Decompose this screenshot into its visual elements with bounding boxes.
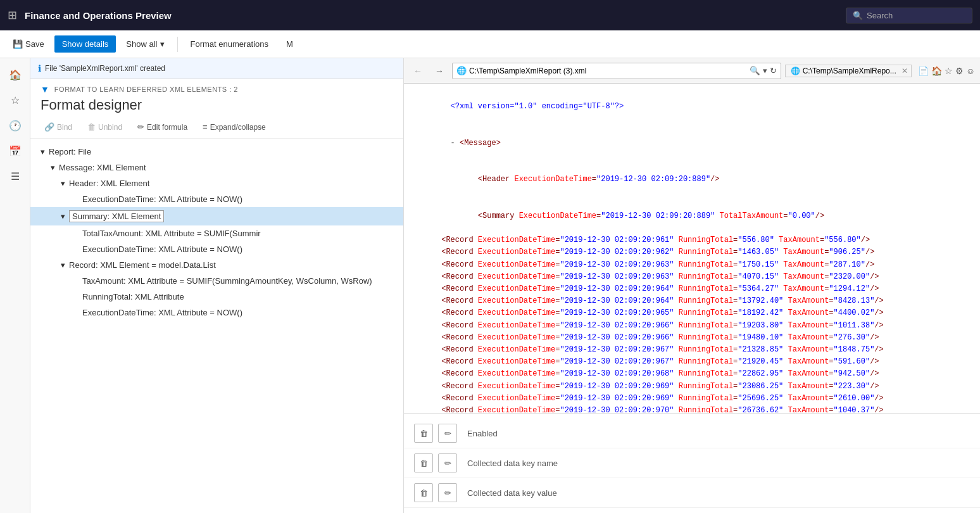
prop-label-3: Collected data key value xyxy=(467,488,557,498)
more-button[interactable]: M xyxy=(279,35,301,53)
xml-declaration: <?xml version="1.0" encoding="UTF-8"?> xyxy=(451,102,624,111)
sidebar-star-icon[interactable]: ☆ xyxy=(4,89,27,111)
back-button[interactable]: ← xyxy=(409,62,427,80)
search-input[interactable] xyxy=(867,11,955,20)
sidebar-clock-icon[interactable]: 🕐 xyxy=(4,114,27,137)
tree-item[interactable]: ▾ Message: XML Element xyxy=(30,160,403,175)
home-icon[interactable]: 🏠 xyxy=(931,66,942,76)
show-details-button[interactable]: Show details xyxy=(54,35,116,53)
tree-item[interactable]: ExecutionDateTime: XML Attribute = NOW() xyxy=(30,191,403,207)
xml-record-line: <Record ExecutionDateTime="2019-12-30 02… xyxy=(414,307,970,319)
xml-record-line: <Record ExecutionDateTime="2019-12-30 02… xyxy=(414,393,970,405)
bind-button[interactable]: 🔗 Bind xyxy=(41,120,76,134)
prop-delete-button-1[interactable]: 🗑 xyxy=(414,424,433,443)
action-bar: 🔗 Bind 🗑 Unbind ✏ Edit formula ≡ Expand/… xyxy=(30,116,403,139)
settings-gear-icon[interactable]: ⚙ xyxy=(955,66,964,76)
new-tab-icon[interactable]: 📄 xyxy=(918,66,929,76)
browser-bar: ← → 🌐 🔍 ▾ ↻ 🌐 C:\Temp\SampleXmlRepo... ✕… xyxy=(404,58,980,84)
designer-panel: ℹ File 'SampleXmlReport.xml' created ▼ F… xyxy=(30,58,404,513)
main-layout: 🏠 ☆ 🕐 📅 ☰ ℹ File 'SampleXmlReport.xml' c… xyxy=(0,58,980,513)
expand-collapse-button[interactable]: ≡ Expand/collapse xyxy=(199,120,270,134)
xml-record-line: <Record ExecutionDateTime="2019-12-30 02… xyxy=(414,368,970,380)
xml-record-line: <Record ExecutionDateTime="2019-12-30 02… xyxy=(414,259,970,271)
tree-item[interactable]: RunningTotal: XML Attribute xyxy=(30,289,403,305)
active-tab[interactable]: 🌐 C:\Temp\SampleXmlRepo... ✕ xyxy=(785,65,912,77)
xml-record-line: <Record ExecutionDateTime="2019-12-30 02… xyxy=(414,234,970,246)
refresh-icon[interactable]: ↻ xyxy=(770,66,777,75)
expand-icon: ▾ xyxy=(41,147,45,156)
format-title: Format designer xyxy=(41,97,393,113)
show-all-button[interactable]: Show all ▾ xyxy=(118,35,172,53)
xml-line: <?xml version="1.0" encoding="UTF-8"?> xyxy=(414,89,970,125)
filter-icon[interactable]: ▼ xyxy=(41,84,49,94)
prop-edit-button-1[interactable]: ✏ xyxy=(438,424,457,443)
link-icon: 🔗 xyxy=(44,122,54,132)
info-icon: ℹ xyxy=(38,63,41,73)
toolbar-divider xyxy=(177,37,178,52)
notification-bar: ℹ File 'SampleXmlReport.xml' created xyxy=(30,58,403,79)
tree-item[interactable]: ▾ Header: XML Element xyxy=(30,175,403,191)
tab-close-icon[interactable]: ✕ xyxy=(901,66,908,75)
tree-item[interactable]: TaxAmount: XML Attribute = SUMIF(Summing… xyxy=(30,273,403,289)
tree-label: TotalTaxAmount: XML Attribute = SUMIF(Su… xyxy=(82,229,261,238)
xml-record-line: <Record ExecutionDateTime="2019-12-30 02… xyxy=(414,381,970,393)
prop-edit-button-3[interactable]: ✏ xyxy=(438,483,457,502)
address-search-icon[interactable]: 🔍 xyxy=(750,66,760,75)
favorites-star-icon[interactable]: ☆ xyxy=(945,66,953,76)
app-title: Finance and Operations Preview xyxy=(25,10,838,21)
tree-label: ExecutionDateTime: XML Attribute = NOW() xyxy=(82,244,242,254)
search-box[interactable]: 🔍 xyxy=(846,8,972,23)
edit-formula-button[interactable]: ✏ Edit formula xyxy=(134,120,191,134)
tree-item[interactable]: ▾ Record: XML Element = model.Data.List xyxy=(30,257,403,273)
toolbar: 💾 Save Show details Show all ▾ Format en… xyxy=(0,30,980,58)
prop-label-2: Collected data key name xyxy=(467,459,558,468)
format-enumerations-button[interactable]: Format enumerations xyxy=(183,35,277,53)
unbind-button[interactable]: 🗑 Unbind xyxy=(84,120,126,134)
xml-records: <Record ExecutionDateTime="2019-12-30 02… xyxy=(414,234,970,413)
prop-delete-button-2[interactable]: 🗑 xyxy=(414,453,433,472)
forward-button[interactable]: → xyxy=(430,62,448,80)
prop-delete-button-3[interactable]: 🗑 xyxy=(414,483,433,502)
tree-item[interactable]: TotalTaxAmount: XML Attribute = SUMIF(Su… xyxy=(30,225,403,241)
save-button[interactable]: 💾 Save xyxy=(5,35,52,53)
xml-record-line: <Record ExecutionDateTime="2019-12-30 02… xyxy=(414,246,970,258)
designer-title-area: ▼ FORMAT TO LEARN DEFERRED XML ELEMENTS … xyxy=(30,79,403,116)
trash-icon: 🗑 xyxy=(87,122,96,132)
browser-right-icons: 📄 🏠 ☆ ⚙ ☺ xyxy=(918,66,975,76)
pencil-icon: ✏ xyxy=(137,122,144,132)
search-icon: 🔍 xyxy=(853,11,863,20)
tree-label: Summary: XML Element xyxy=(69,210,164,222)
tree-container: ▾ Report: File ▾ Message: XML Element ▾ … xyxy=(30,139,403,513)
address-input[interactable] xyxy=(469,66,747,75)
grid-icon[interactable]: ⊞ xyxy=(8,8,17,22)
top-nav: ⊞ Finance and Operations Preview 🔍 xyxy=(0,0,980,30)
happy-face-icon[interactable]: ☺ xyxy=(966,66,975,76)
xml-record-line: <Record ExecutionDateTime="2019-12-30 02… xyxy=(414,320,970,332)
save-icon: 💾 xyxy=(13,39,23,49)
address-bar: 🌐 🔍 ▾ ↻ xyxy=(452,63,781,79)
list-expand-icon: ≡ xyxy=(203,122,208,132)
expand-icon: ▾ xyxy=(61,212,65,221)
prop-edit-button-2[interactable]: ✏ xyxy=(438,453,457,472)
tree-label: ExecutionDateTime: XML Attribute = NOW() xyxy=(82,194,242,204)
tree-label: Record: XML Element = model.Data.List xyxy=(69,260,216,270)
tree-item[interactable]: ExecutionDateTime: XML Attribute = NOW() xyxy=(30,241,403,257)
notification-text: File 'SampleXmlReport.xml' created xyxy=(45,64,165,73)
xml-record-line: <Record ExecutionDateTime="2019-12-30 02… xyxy=(414,295,970,307)
xml-line: - <Message> xyxy=(414,125,970,162)
prop-row-key-name: 🗑 ✏ Collected data key name xyxy=(404,448,980,478)
sidebar-calendar-icon[interactable]: 📅 xyxy=(4,139,27,162)
xml-line: <Summary ExecutionDateTime="2019-12-30 0… xyxy=(414,198,970,235)
sidebar-home-icon[interactable]: 🏠 xyxy=(4,63,27,86)
sidebar-strip: 🏠 ☆ 🕐 📅 ☰ xyxy=(0,58,30,513)
sidebar-list-icon[interactable]: ☰ xyxy=(4,165,27,187)
tree-item-selected[interactable]: ▾ Summary: XML Element xyxy=(30,207,403,225)
prop-label-1: Enabled xyxy=(467,429,498,438)
tree-label: RunningTotal: XML Attribute xyxy=(82,292,184,301)
tree-label: TaxAmount: XML Attribute = SUMIF(Summing… xyxy=(82,276,372,286)
tree-item[interactable]: ExecutionDateTime: XML Attribute = NOW() xyxy=(30,305,403,320)
xml-record-line: <Record ExecutionDateTime="2019-12-30 02… xyxy=(414,344,970,356)
tree-item[interactable]: ▾ Report: File xyxy=(30,144,403,160)
address-dropdown-icon[interactable]: ▾ xyxy=(763,66,767,75)
properties-section: 🗑 ✏ Enabled 🗑 ✏ Collected data key name … xyxy=(404,413,980,513)
